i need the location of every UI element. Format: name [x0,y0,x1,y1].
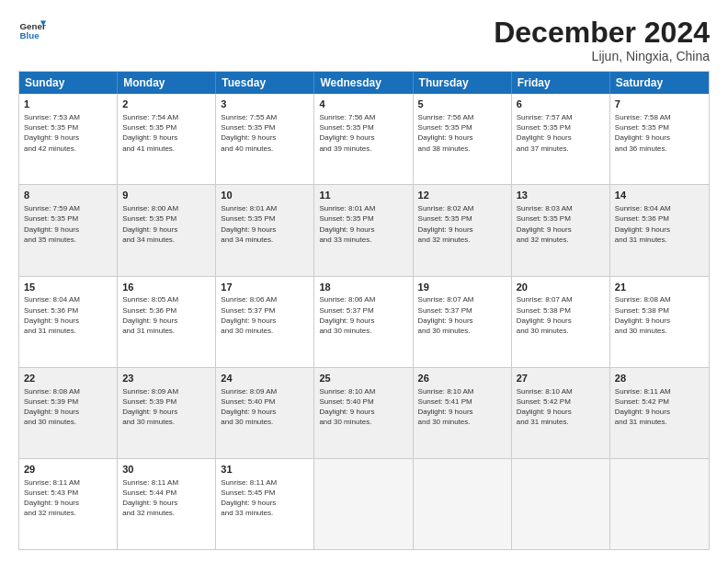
day-cell-23: 23Sunrise: 8:09 AM Sunset: 5:39 PM Dayli… [118,368,216,458]
day-info: Sunrise: 8:06 AM Sunset: 5:37 PM Dayligh… [319,294,407,336]
day-cell-3: 3Sunrise: 7:55 AM Sunset: 5:35 PM Daylig… [216,94,314,184]
day-cell-26: 26Sunrise: 8:10 AM Sunset: 5:41 PM Dayli… [414,368,512,458]
day-number: 28 [615,372,704,385]
empty-cell [314,459,413,549]
day-number: 16 [122,281,210,294]
calendar-week-5: 29Sunrise: 8:11 AM Sunset: 5:43 PM Dayli… [19,459,709,549]
day-number: 9 [122,189,210,202]
day-cell-7: 7Sunrise: 7:58 AM Sunset: 5:35 PM Daylig… [610,94,709,184]
day-number: 25 [319,372,407,385]
day-info: Sunrise: 8:04 AM Sunset: 5:36 PM Dayligh… [615,203,704,245]
day-cell-24: 24Sunrise: 8:09 AM Sunset: 5:40 PM Dayli… [216,368,314,458]
day-cell-14: 14Sunrise: 8:04 AM Sunset: 5:36 PM Dayli… [610,185,709,275]
day-info: Sunrise: 7:57 AM Sunset: 5:35 PM Dayligh… [517,112,605,154]
svg-text:Blue: Blue [20,30,40,40]
day-number: 22 [24,372,112,385]
day-cell-16: 16Sunrise: 8:05 AM Sunset: 5:36 PM Dayli… [118,277,216,367]
day-info: Sunrise: 8:11 AM Sunset: 5:43 PM Dayligh… [24,477,112,519]
day-info: Sunrise: 8:08 AM Sunset: 5:39 PM Dayligh… [24,386,112,428]
day-cell-13: 13Sunrise: 8:03 AM Sunset: 5:35 PM Dayli… [512,185,610,275]
title-block: December 2024 Lijun, Ningxia, China [494,17,710,63]
day-info: Sunrise: 7:56 AM Sunset: 5:35 PM Dayligh… [319,112,407,154]
day-number: 5 [418,98,506,111]
day-cell-9: 9Sunrise: 8:00 AM Sunset: 5:35 PM Daylig… [118,185,216,275]
day-info: Sunrise: 8:02 AM Sunset: 5:35 PM Dayligh… [418,203,506,245]
empty-cell [610,459,709,549]
day-number: 10 [221,189,309,202]
day-info: Sunrise: 8:06 AM Sunset: 5:37 PM Dayligh… [221,294,309,336]
day-info: Sunrise: 8:03 AM Sunset: 5:35 PM Dayligh… [517,203,605,245]
day-number: 4 [319,98,407,111]
day-info: Sunrise: 8:11 AM Sunset: 5:42 PM Dayligh… [615,386,704,428]
day-info: Sunrise: 8:01 AM Sunset: 5:35 PM Dayligh… [319,203,407,245]
day-cell-29: 29Sunrise: 8:11 AM Sunset: 5:43 PM Dayli… [19,459,118,549]
calendar-week-2: 8Sunrise: 7:59 AM Sunset: 5:35 PM Daylig… [19,185,709,276]
day-cell-27: 27Sunrise: 8:10 AM Sunset: 5:42 PM Dayli… [512,368,610,458]
day-info: Sunrise: 7:58 AM Sunset: 5:35 PM Dayligh… [615,112,704,154]
day-header-wednesday: Wednesday [314,72,413,94]
day-cell-12: 12Sunrise: 8:02 AM Sunset: 5:35 PM Dayli… [414,185,512,275]
header: General Blue December 2024 Lijun, Ningxi… [18,17,710,63]
day-header-monday: Monday [118,72,216,94]
day-number: 12 [418,189,506,202]
day-number: 13 [517,189,605,202]
day-cell-5: 5Sunrise: 7:56 AM Sunset: 5:35 PM Daylig… [414,94,512,184]
day-number: 8 [24,189,112,202]
day-info: Sunrise: 8:11 AM Sunset: 5:45 PM Dayligh… [221,477,309,519]
day-cell-18: 18Sunrise: 8:06 AM Sunset: 5:37 PM Dayli… [314,277,413,367]
day-number: 19 [418,281,506,294]
day-number: 30 [122,463,210,477]
day-number: 23 [122,372,210,385]
day-info: Sunrise: 8:05 AM Sunset: 5:36 PM Dayligh… [122,294,210,336]
day-cell-8: 8Sunrise: 7:59 AM Sunset: 5:35 PM Daylig… [19,185,118,275]
day-cell-15: 15Sunrise: 8:04 AM Sunset: 5:36 PM Dayli… [19,277,118,367]
day-info: Sunrise: 8:11 AM Sunset: 5:44 PM Dayligh… [122,477,210,519]
logo-icon: General Blue [18,17,46,44]
day-number: 6 [517,98,605,111]
logo: General Blue [18,17,50,44]
day-info: Sunrise: 7:53 AM Sunset: 5:35 PM Dayligh… [24,112,112,154]
empty-cell [414,459,512,549]
day-info: Sunrise: 7:54 AM Sunset: 5:35 PM Dayligh… [122,112,210,154]
day-header-friday: Friday [512,72,610,94]
day-info: Sunrise: 8:07 AM Sunset: 5:38 PM Dayligh… [517,294,605,336]
calendar-week-3: 15Sunrise: 8:04 AM Sunset: 5:36 PM Dayli… [19,277,709,368]
day-header-sunday: Sunday [19,72,118,94]
day-cell-30: 30Sunrise: 8:11 AM Sunset: 5:44 PM Dayli… [118,459,216,549]
day-info: Sunrise: 7:59 AM Sunset: 5:35 PM Dayligh… [24,203,112,245]
day-cell-28: 28Sunrise: 8:11 AM Sunset: 5:42 PM Dayli… [610,368,709,458]
day-number: 11 [319,189,407,202]
day-cell-10: 10Sunrise: 8:01 AM Sunset: 5:35 PM Dayli… [216,185,314,275]
empty-cell [512,459,610,549]
day-cell-31: 31Sunrise: 8:11 AM Sunset: 5:45 PM Dayli… [216,459,314,549]
calendar-header: SundayMondayTuesdayWednesdayThursdayFrid… [19,72,709,94]
day-number: 2 [122,98,210,111]
day-cell-19: 19Sunrise: 8:07 AM Sunset: 5:37 PM Dayli… [414,277,512,367]
calendar-body: 1Sunrise: 7:53 AM Sunset: 5:35 PM Daylig… [19,94,709,549]
day-info: Sunrise: 8:10 AM Sunset: 5:40 PM Dayligh… [319,386,407,428]
day-info: Sunrise: 8:04 AM Sunset: 5:36 PM Dayligh… [24,294,112,336]
day-number: 21 [615,281,704,294]
day-number: 7 [615,98,704,111]
day-number: 31 [221,463,309,477]
day-info: Sunrise: 7:56 AM Sunset: 5:35 PM Dayligh… [418,112,506,154]
day-number: 26 [418,372,506,385]
day-info: Sunrise: 8:00 AM Sunset: 5:35 PM Dayligh… [122,203,210,245]
day-cell-6: 6Sunrise: 7:57 AM Sunset: 5:35 PM Daylig… [512,94,610,184]
day-info: Sunrise: 8:09 AM Sunset: 5:40 PM Dayligh… [221,386,309,428]
day-info: Sunrise: 7:55 AM Sunset: 5:35 PM Dayligh… [221,112,309,154]
day-header-thursday: Thursday [414,72,512,94]
page: General Blue December 2024 Lijun, Ningxi… [0,0,728,563]
calendar-week-1: 1Sunrise: 7:53 AM Sunset: 5:35 PM Daylig… [19,94,709,185]
month-title: December 2024 [494,17,710,49]
day-cell-25: 25Sunrise: 8:10 AM Sunset: 5:40 PM Dayli… [314,368,413,458]
day-cell-11: 11Sunrise: 8:01 AM Sunset: 5:35 PM Dayli… [314,185,413,275]
day-info: Sunrise: 8:01 AM Sunset: 5:35 PM Dayligh… [221,203,309,245]
day-info: Sunrise: 8:07 AM Sunset: 5:37 PM Dayligh… [418,294,506,336]
day-cell-22: 22Sunrise: 8:08 AM Sunset: 5:39 PM Dayli… [19,368,118,458]
day-number: 15 [24,281,112,294]
day-info: Sunrise: 8:10 AM Sunset: 5:41 PM Dayligh… [418,386,506,428]
day-info: Sunrise: 8:10 AM Sunset: 5:42 PM Dayligh… [517,386,605,428]
day-cell-21: 21Sunrise: 8:08 AM Sunset: 5:38 PM Dayli… [610,277,709,367]
day-number: 20 [517,281,605,294]
